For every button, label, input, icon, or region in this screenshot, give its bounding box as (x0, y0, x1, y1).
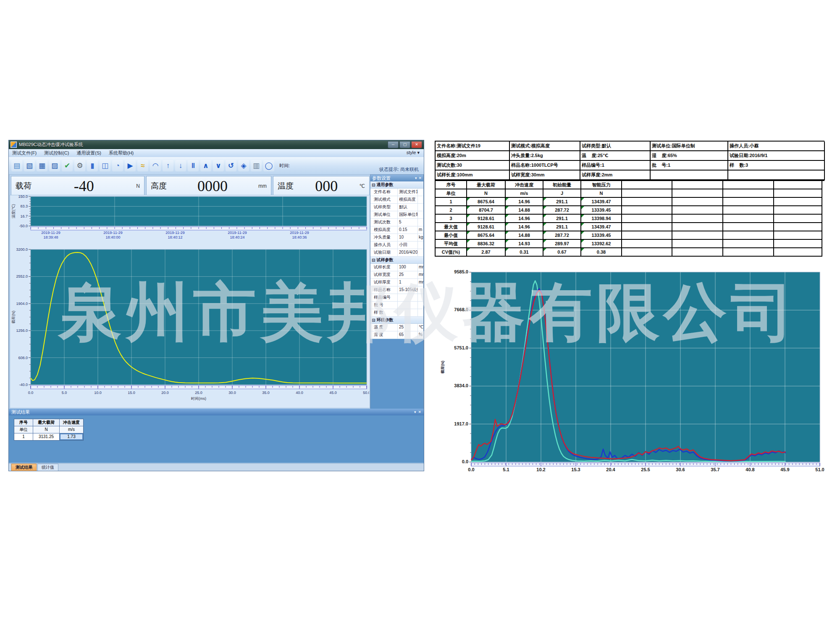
readout-row: 载荷 -40 N 高度 0000 mm 温度 000 ℃ (11, 176, 370, 196)
power-icon[interactable]: ◯ (263, 160, 274, 171)
param-value[interactable] (398, 294, 418, 301)
temperature-readout-value: 000 (294, 177, 360, 195)
close-results-icon[interactable]: ✕ (418, 410, 421, 414)
svg-text:2019-11-29: 2019-11-29 (103, 231, 122, 235)
param-value[interactable]: 小田 (398, 242, 418, 249)
param-value[interactable]: 默认 (398, 204, 418, 211)
svg-text:5.0: 5.0 (62, 391, 67, 395)
sidebar-row: 模拟高度0.15m (370, 226, 423, 234)
clean-brush-icon[interactable]: ≈ (137, 160, 148, 171)
close-panel-icon[interactable]: ✕ (418, 176, 422, 180)
maximize-button[interactable]: ▢ (399, 141, 410, 148)
svg-text:2019-11-29: 2019-11-29 (165, 231, 184, 235)
info-cell: 试验日期:2016/9/1 (728, 151, 825, 161)
menu-item-3[interactable]: 系统帮助(H) (109, 150, 134, 156)
param-value[interactable]: 模拟高度 (398, 196, 418, 203)
svg-text:25.5: 25.5 (641, 467, 650, 472)
sidebar-group-1: ⊟试样参数 (370, 257, 423, 264)
new-file-icon[interactable]: ▤ (11, 160, 22, 171)
undo-icon[interactable]: ↺ (226, 160, 236, 171)
minimize-button[interactable]: ─ (388, 141, 399, 148)
param-value[interactable]: 5 (398, 219, 418, 226)
stats-cell: 14.88 (506, 231, 543, 240)
stats-header-cell: 冲击速度 (506, 181, 543, 189)
param-unit (418, 189, 423, 196)
info-cell: 测试模式:模拟高度 (510, 142, 580, 151)
param-value[interactable]: 2016/4/20 (398, 249, 418, 256)
dock-arrow-icon[interactable]: ▾ (414, 410, 416, 414)
svg-text:5751.0: 5751.0 (454, 345, 468, 350)
stats-cell: 最大值 (436, 223, 467, 231)
close-button[interactable]: ✕ (411, 141, 422, 148)
param-label: 批 号 (370, 302, 398, 309)
sidebar-row: 测试次数5 (370, 219, 423, 226)
device-battery-icon[interactable]: ▮ (87, 160, 98, 171)
info-cell: 试样厚度:2mm (580, 171, 651, 180)
param-value[interactable]: 1 (398, 279, 418, 286)
stats-cell: 3 (436, 215, 467, 223)
sync-check-icon[interactable]: ✔ (62, 160, 73, 171)
calculator-icon[interactable]: ▥ (251, 160, 262, 171)
arrow-down-icon[interactable]: ↓ (175, 160, 186, 171)
tab-statistics[interactable]: 统计值 (37, 464, 58, 471)
param-value[interactable] (398, 309, 418, 316)
jog-up-icon[interactable]: ∧ (200, 160, 211, 171)
menu-item-2[interactable]: 通用设置(S) (76, 150, 101, 156)
stats-cell: N (467, 189, 506, 198)
results-cell: 序号 (14, 419, 33, 426)
stats-cell (672, 223, 723, 231)
menu-item-0[interactable]: 测试文件(F) (12, 150, 37, 156)
jog-down-icon[interactable]: ∨ (213, 160, 224, 171)
open-file-icon[interactable]: ▧ (24, 160, 35, 171)
pin-icon[interactable]: ▾ (415, 176, 417, 180)
stats-cell: 1 (436, 198, 467, 206)
param-value[interactable]: 0.15 (398, 226, 418, 234)
grid-window-icon[interactable]: ◫ (100, 160, 110, 171)
style-dropdown[interactable]: style ▾ (407, 150, 420, 155)
stats-cell (672, 231, 723, 240)
stats-cell: 最小值 (436, 231, 467, 240)
menu-item-1[interactable]: 测试控制(C) (44, 150, 69, 156)
info-cell: 样品名称:1000TLCP号 (510, 161, 580, 171)
info-cell: 试样类型:默认 (580, 142, 651, 151)
stats-cell: 14.93 (506, 240, 543, 248)
svg-text:1256.0: 1256.0 (16, 328, 28, 333)
stats-cell: 14.88 (506, 206, 543, 215)
report-panel: 文件名称:测试文件19测试模式:模拟高度试样类型:默认测试单位:国际单位制操作人… (435, 141, 824, 257)
stats-cell: 287.72 (543, 231, 581, 240)
results-table: 序号最大载荷冲击速度单位Nm/s13131.251.73 (14, 419, 84, 441)
pause-icon[interactable]: ‖ (188, 160, 199, 171)
param-label: 试样长度 (370, 264, 398, 271)
param-unit: kg (418, 234, 423, 241)
sidebar-row: 试样类型默认 (370, 204, 423, 211)
info-cell: 文件名称:测试文件19 (436, 142, 510, 151)
report-info-grid: 文件名称:测试文件19测试模式:模拟高度试样类型:默认测试单位:国际单位制操作人… (435, 141, 824, 180)
stats-cell: 13339.45 (581, 206, 622, 215)
arrow-up-icon[interactable]: ↑ (163, 160, 173, 171)
param-value[interactable]: 100 (398, 264, 418, 271)
lock-icon[interactable]: ◈ (238, 160, 249, 171)
sidebar-row: 测试模式模拟高度 (370, 196, 423, 204)
stats-cell: 14.96 (506, 215, 543, 223)
bottom-tab-bar: 测试结果 统计值 (9, 463, 424, 471)
param-value[interactable]: 10 (398, 234, 418, 241)
rotate-icon[interactable]: ◠ (150, 160, 161, 171)
stats-header-cell: 序号 (436, 181, 467, 189)
param-value[interactable]: 25 (398, 271, 418, 278)
start-play-icon[interactable]: ▶ (125, 160, 136, 171)
settings-gear-icon[interactable]: ⚙ (74, 160, 85, 171)
param-value[interactable]: 国际单位制 (398, 211, 418, 218)
param-value[interactable] (398, 302, 418, 309)
sidebar-row: 操作人员小田 (370, 242, 423, 249)
stats-cell: 13398.94 (581, 215, 622, 223)
save-icon[interactable]: ▦ (37, 160, 47, 171)
refresh-icon[interactable]: ◔ (112, 160, 123, 171)
param-value[interactable]: 测试文件1 (398, 189, 418, 196)
param-value[interactable]: 25 (398, 324, 418, 331)
param-value[interactable]: 65 (398, 331, 418, 339)
param-value[interactable]: 15-105碳丝带 (398, 286, 418, 294)
param-unit (418, 309, 423, 316)
tab-test-results[interactable]: 测试结果 (11, 464, 37, 471)
save-as-icon[interactable]: ▨ (49, 160, 60, 171)
results-cell: 3131.25 (33, 433, 59, 440)
